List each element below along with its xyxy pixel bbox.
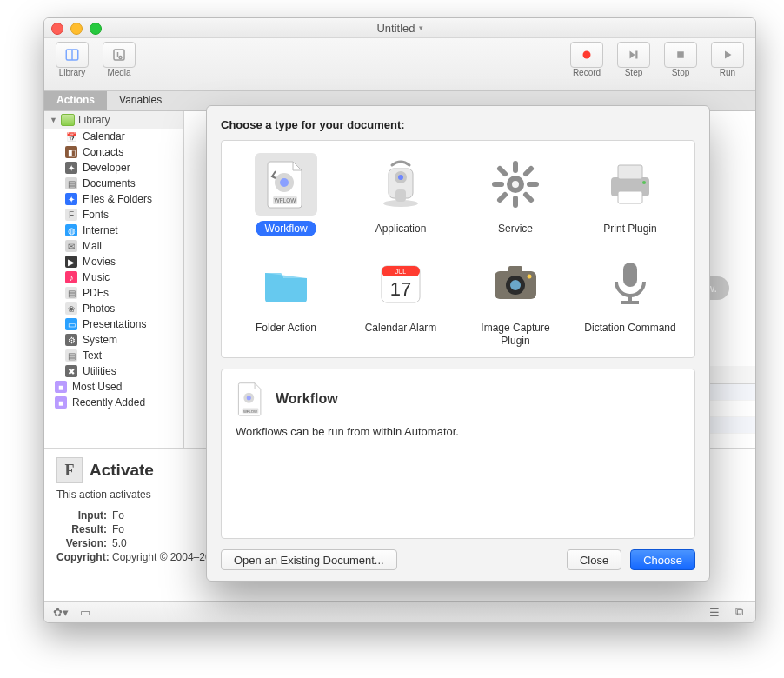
sidebar-item-fonts[interactable]: FFonts: [44, 207, 183, 223]
toolbar-item-record[interactable]: Record: [566, 42, 608, 90]
doc-type-service[interactable]: Service: [458, 153, 573, 236]
doc-type-print-plugin[interactable]: Print Plugin: [573, 153, 688, 236]
sidebar-item-system[interactable]: ⚙System: [44, 332, 183, 348]
sidebar-item-recently-added[interactable]: ■Recently Added: [44, 395, 183, 410]
new-document-sheet: Choose a type for your document: WFLOWWo…: [206, 105, 710, 582]
flow-view-icon[interactable]: ⧉: [731, 606, 747, 618]
sidebar-item-music[interactable]: ♪Music: [44, 269, 183, 285]
library-icon: [56, 42, 89, 68]
category-icon: ⚙: [65, 334, 77, 346]
sidebar-item-contacts[interactable]: ◧Contacts: [44, 144, 183, 160]
minimize-window-button[interactable]: [70, 23, 83, 35]
sidebar-item-files-folders[interactable]: ✦Files & Folders: [44, 191, 183, 207]
doc-type-label: Service: [489, 221, 541, 236]
library-folder-icon: [61, 114, 75, 126]
sidebar-item-label: Mail: [83, 240, 102, 252]
doc-type-folder-action[interactable]: Folder Action: [229, 252, 343, 349]
doc-type-image-capture[interactable]: Image Capture Plugin: [458, 252, 573, 349]
sidebar-item-label: Music: [83, 271, 110, 283]
zoom-window-button[interactable]: [90, 23, 102, 35]
open-existing-button[interactable]: Open an Existing Document...: [221, 549, 397, 570]
toolbar-label: Step: [625, 68, 643, 77]
doc-type-workflow[interactable]: WFLOWWorkflow: [229, 153, 343, 236]
sidebar-item-most-used[interactable]: ■Most Used: [44, 379, 183, 395]
sheet-heading: Choose a type for your document:: [221, 118, 695, 131]
doc-type-label: Dictation Command: [575, 320, 684, 336]
media-icon: [103, 42, 136, 68]
category-icon: ✖: [65, 365, 77, 377]
svg-text:JUL: JUL: [395, 269, 407, 275]
category-icon: ■: [55, 381, 67, 393]
doc-type-label: Calendar Alarm: [356, 320, 446, 336]
svg-rect-14: [395, 189, 406, 202]
disclosure-triangle-icon: ▼: [50, 116, 57, 124]
toggle-panel-icon[interactable]: ▭: [77, 606, 93, 618]
image-capture-icon: [484, 252, 547, 315]
toolbar-item-library[interactable]: Library: [51, 42, 93, 90]
workflow-icon: WFLOW: [255, 153, 317, 216]
list-view-icon[interactable]: ☰: [707, 606, 722, 618]
category-icon: 📅: [65, 130, 77, 143]
sidebar-item-pdfs[interactable]: ▤PDFs: [44, 285, 183, 301]
doc-type-label: Print Plugin: [595, 221, 665, 236]
toolbar-right-group: Record Step Stop Run: [566, 42, 748, 90]
toolbar-item-step[interactable]: Step: [613, 42, 654, 90]
sidebar-item-documents[interactable]: ▤Documents: [44, 176, 183, 191]
sidebar-item-developer[interactable]: ✦Developer: [44, 160, 183, 176]
tab-actions[interactable]: Actions: [44, 91, 107, 110]
svg-rect-4: [635, 51, 637, 59]
dictation-icon: [599, 252, 661, 315]
sidebar-item-text[interactable]: ▤Text: [44, 348, 183, 363]
category-icon: ✦: [65, 193, 77, 205]
category-icon: ▤: [65, 349, 77, 362]
sidebar-item-label: Most Used: [72, 381, 122, 393]
doc-type-dictation[interactable]: Dictation Command: [573, 252, 688, 349]
title-chevron-down-icon[interactable]: ▾: [419, 23, 423, 32]
titlebar: Untitled ▾: [44, 18, 755, 38]
choose-button[interactable]: Choose: [630, 549, 695, 570]
window-title: Untitled ▾: [376, 22, 422, 35]
category-icon: F: [65, 209, 77, 221]
calendar-alarm-icon: JUL17: [369, 252, 432, 315]
category-icon: ✉: [65, 240, 77, 252]
info-title-text: Activate: [90, 461, 154, 480]
svg-point-16: [512, 181, 519, 188]
workflow-small-icon: WFLOW: [236, 382, 265, 416]
close-window-button[interactable]: [51, 23, 63, 35]
svg-rect-26: [618, 165, 642, 179]
toolbar-left-group: Library Media: [51, 42, 140, 90]
library-root[interactable]: ▼ Library: [44, 111, 183, 129]
category-icon: ✦: [65, 162, 77, 174]
toolbar-label: Library: [59, 68, 86, 77]
sidebar-item-utilities[interactable]: ✖Utilities: [44, 363, 183, 379]
sidebar-item-label: Photos: [83, 302, 115, 315]
toolbar-item-stop[interactable]: Stop: [660, 42, 701, 90]
toolbar-item-media[interactable]: Media: [98, 42, 140, 90]
stop-icon: [664, 42, 697, 68]
sidebar-item-label: Fonts: [83, 209, 109, 221]
svg-text:17: 17: [390, 278, 411, 300]
toolbar: Library Media Record Step: [44, 38, 755, 91]
category-icon: ♪: [65, 271, 77, 283]
sidebar-item-movies[interactable]: ▶Movies: [44, 254, 183, 269]
doc-type-calendar-alarm[interactable]: JUL17Calendar Alarm: [343, 252, 458, 349]
toolbar-label: Record: [573, 68, 601, 77]
toolbar-item-run[interactable]: Run: [707, 42, 748, 90]
sidebar-item-calendar[interactable]: 📅Calendar: [44, 129, 183, 144]
sidebar-item-label: PDFs: [83, 287, 109, 299]
sidebar-item-internet[interactable]: ◍Internet: [44, 223, 183, 238]
category-icon: ❀: [65, 302, 77, 315]
doc-type-application[interactable]: Application: [343, 153, 458, 236]
gear-menu-icon[interactable]: ✿▾: [53, 606, 69, 618]
info-input-label: Input:: [56, 509, 112, 522]
tab-variables[interactable]: Variables: [107, 91, 174, 110]
sidebar-item-mail[interactable]: ✉Mail: [44, 238, 183, 254]
sidebar-item-photos[interactable]: ❀Photos: [44, 301, 183, 316]
svg-text:WFLOW: WFLOW: [275, 197, 297, 203]
close-button[interactable]: Close: [567, 549, 621, 570]
svg-rect-27: [618, 191, 642, 203]
folder-action-icon: [255, 252, 317, 315]
svg-text:WFLOW: WFLOW: [243, 409, 257, 414]
sidebar-item-label: System: [83, 334, 117, 346]
sidebar-item-presentations[interactable]: ▭Presentations: [44, 316, 183, 332]
